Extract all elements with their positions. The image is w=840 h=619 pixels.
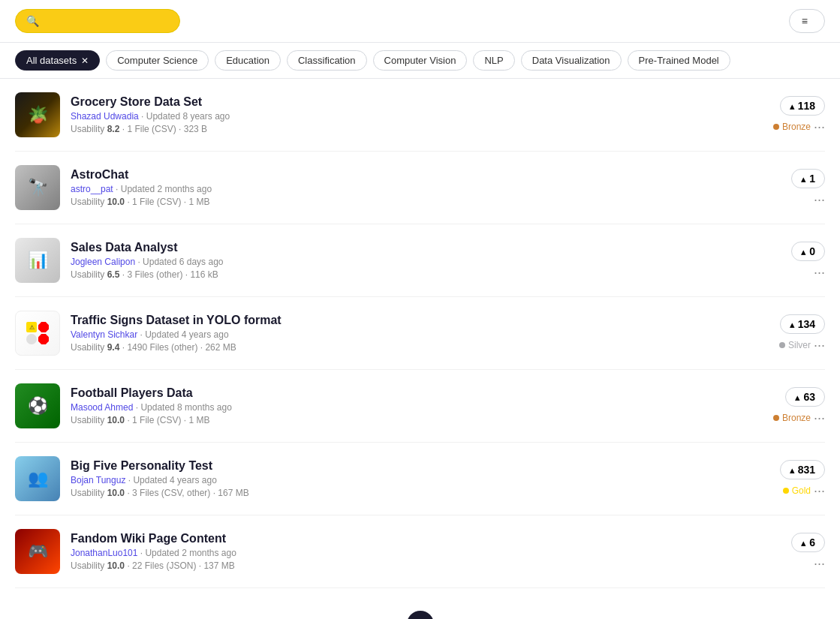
tag-label: NLP <box>484 55 503 66</box>
vote-button[interactable]: ▴ 118 <box>780 96 825 116</box>
badge: Bronze ··· <box>773 120 825 134</box>
page-99[interactable]: 99 <box>377 611 404 619</box>
dataset-usability: Usability 9.4 · 1490 Files (other) · 262… <box>71 342 724 353</box>
dataset-meta: JonathanLuo101 · Updated 2 months ago <box>71 548 724 558</box>
more-icon[interactable]: ··· <box>814 411 825 425</box>
dataset-thumbnail: ⚠ <box>15 311 60 356</box>
dataset-title[interactable]: Football Players Data <box>71 386 724 400</box>
dataset-thumbnail: ⚽ <box>15 383 60 428</box>
dataset-title[interactable]: Big Five Personality Test <box>71 459 724 473</box>
dataset-author[interactable]: Bojan Tunguz <box>71 475 125 485</box>
search-box[interactable]: 🔍 <box>15 9 180 33</box>
upvote-icon: ▴ <box>795 392 800 403</box>
badge-dot <box>783 488 789 494</box>
vote-count: 1 <box>809 173 815 185</box>
tag-label: Education <box>226 55 269 66</box>
dataset-list: 🪴 Grocery Store Data Set Shazad Udwadia … <box>0 79 840 588</box>
dataset-item: 🎮 Fandom Wiki Page Content JonathanLuo10… <box>15 515 825 588</box>
dataset-title[interactable]: Traffic Signs Dataset in YOLO format <box>71 314 724 327</box>
more-icon[interactable]: ··· <box>814 266 825 279</box>
search-icon: 🔍 <box>26 15 39 27</box>
dataset-usability: Usability 6.5 · 3 Files (other) · 116 kB <box>71 269 724 280</box>
page-104[interactable]: 104 <box>527 611 554 619</box>
dataset-author[interactable]: JonathanLuo101 <box>71 548 137 558</box>
vote-count: 118 <box>798 100 815 112</box>
upvote-icon: ▴ <box>801 246 806 257</box>
dataset-author[interactable]: Masood Ahmed <box>71 402 133 413</box>
dataset-author[interactable]: astro__pat <box>71 184 113 194</box>
more-icon[interactable]: ··· <box>814 120 825 134</box>
page-97[interactable]: 97 <box>317 611 344 619</box>
tag-nlp[interactable]: NLP <box>473 50 514 71</box>
dataset-usability: Usability 10.0 · 22 Files (JSON) · 137 M… <box>71 560 724 571</box>
tag-cv[interactable]: Computer Vision <box>373 50 468 71</box>
page-98[interactable]: 98 <box>347 611 374 619</box>
dataset-item: 👥 Big Five Personality Test Bojan Tunguz… <box>15 443 825 515</box>
dataset-meta: Masood Ahmed · Updated 8 months ago <box>71 402 724 413</box>
dataset-actions: ▴ 118 Bronze ··· <box>735 96 825 134</box>
page-96[interactable]: 96 <box>287 611 314 619</box>
upvote-icon: ▴ <box>801 537 806 548</box>
filter-tags: All datasets✕Computer ScienceEducationCl… <box>0 43 840 79</box>
dataset-meta: Valentyn Sichkar · Updated 4 years ago <box>71 329 724 340</box>
dataset-title[interactable]: Grocery Store Data Set <box>71 95 724 109</box>
badge-dot <box>779 342 785 348</box>
badge: ··· <box>814 266 825 279</box>
tag-dataviz[interactable]: Data Visualization <box>521 50 622 71</box>
vote-button[interactable]: ▴ 134 <box>780 314 825 334</box>
vote-button[interactable]: ▴ 831 <box>780 460 825 479</box>
tag-label: Computer Science <box>117 55 197 66</box>
dataset-author[interactable]: Valentyn Sichkar <box>71 329 137 340</box>
badge: Gold ··· <box>783 484 825 497</box>
dataset-usability: Usability 8.2 · 1 File (CSV) · 323 B <box>71 124 724 134</box>
upvote-icon: ▴ <box>790 319 795 330</box>
vote-button[interactable]: ▴ 63 <box>785 387 825 407</box>
tag-cs[interactable]: Computer Science <box>106 50 209 71</box>
upvote-icon: ▴ <box>790 101 795 112</box>
dataset-usability: Usability 10.0 · 1 File (CSV) · 1 MB <box>71 415 724 425</box>
vote-button[interactable]: ▴ 0 <box>791 242 825 261</box>
tag-close[interactable]: ✕ <box>81 56 89 66</box>
badge-label: Bronze <box>782 413 811 423</box>
more-icon[interactable]: ··· <box>814 193 825 206</box>
dataset-actions: ▴ 6 ··· <box>735 533 825 570</box>
dataset-item: 📊 Sales Data Analyst Jogleen Calipon · U… <box>15 224 825 297</box>
dataset-meta: Shazad Udwadia · Updated 8 years ago <box>71 111 724 122</box>
dataset-info: Traffic Signs Dataset in YOLO format Val… <box>71 314 724 353</box>
more-icon[interactable]: ··· <box>814 557 825 570</box>
page-103[interactable]: 103 <box>497 611 524 619</box>
vote-button[interactable]: ▴ 1 <box>791 169 825 188</box>
filters-button[interactable]: ≡ <box>789 9 825 33</box>
pagination-prev[interactable]: ‹ <box>267 614 283 619</box>
badge-dot <box>773 124 779 130</box>
dataset-actions: ▴ 63 Bronze ··· <box>735 387 825 425</box>
tag-label: Data Visualization <box>532 55 610 66</box>
dataset-author[interactable]: Shazad Udwadia <box>71 111 139 122</box>
dataset-meta: astro__pat · Updated 2 months ago <box>71 184 724 194</box>
dataset-meta: Bojan Tunguz · Updated 4 years ago <box>71 475 724 485</box>
more-icon[interactable]: ··· <box>814 338 825 352</box>
vote-button[interactable]: ▴ 6 <box>791 533 825 552</box>
dataset-thumbnail: 🪴 <box>15 92 60 137</box>
dataset-title[interactable]: Fandom Wiki Page Content <box>71 532 724 545</box>
dataset-title[interactable]: AstroChat <box>71 168 724 182</box>
dataset-author[interactable]: Jogleen Calipon <box>71 257 135 267</box>
dataset-thumbnail: 🎮 <box>15 529 60 574</box>
page-101[interactable]: 101 <box>437 611 464 619</box>
page-102[interactable]: 102 <box>467 611 494 619</box>
pagination-next[interactable]: › <box>557 614 573 619</box>
tag-label: Computer Vision <box>384 55 456 66</box>
tag-pretrained[interactable]: Pre-Trained Model <box>628 50 730 71</box>
dataset-title[interactable]: Sales Data Analyst <box>71 241 724 254</box>
tag-all[interactable]: All datasets✕ <box>15 50 100 71</box>
dataset-actions: ▴ 134 Silver ··· <box>735 314 825 352</box>
dataset-item: ⚽ Football Players Data Masood Ahmed · U… <box>15 370 825 443</box>
filter-icon: ≡ <box>802 15 808 27</box>
dataset-actions: ▴ 831 Gold ··· <box>735 460 825 497</box>
vote-count: 63 <box>803 391 815 403</box>
page-100[interactable]: 100 <box>407 611 434 619</box>
tag-class[interactable]: Classification <box>287 50 367 71</box>
more-icon[interactable]: ··· <box>814 484 825 497</box>
upvote-icon: ▴ <box>801 173 806 185</box>
tag-edu[interactable]: Education <box>215 50 281 71</box>
